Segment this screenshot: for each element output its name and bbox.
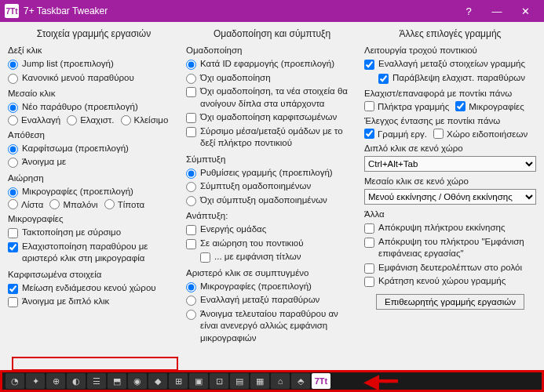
opt-hover-list[interactable]: Λίστα <box>8 199 43 209</box>
grouping-title: Ομαδοποίηση <box>186 45 358 55</box>
taskbar-icon[interactable]: ▦ <box>250 373 269 389</box>
middle-click-title: Μεσαίο κλικ <box>8 89 180 98</box>
chk-decomb-hover[interactable]: Σε αιώρηση του ποντικιού <box>186 238 358 250</box>
inspector-button[interactable]: Επιθεωρητής γραμμής εργασιών <box>376 294 524 310</box>
opt-no-combine[interactable]: Όχι σύμπτυξη ομαδοποιημένων <box>186 194 358 207</box>
minrest-title: Ελαχιστ/επαναφορά με ποντίκι πάνω <box>364 89 536 98</box>
opt-hover-balloon[interactable]: Μπαλόνι <box>49 199 97 209</box>
opt-open-with[interactable]: Άνοιγμα με <box>8 156 180 169</box>
leftclick-combined-title: Αριστερό κλικ σε συμπτυγμένο <box>186 268 358 278</box>
hover-title: Αιώρηση <box>8 173 180 183</box>
col-grouping: Ομαδοποίηση και σύμπτυξη Ομαδοποίηση Κατ… <box>186 28 358 365</box>
midclick-title: Μεσαίο κλικ σε κενό χώρο <box>364 176 536 186</box>
chk-reduce-space[interactable]: Μείωση ενδιάμεσου κενού χώρου <box>8 282 180 295</box>
taskbar-icon[interactable]: ⊞ <box>169 373 188 389</box>
right-click-title: Δεξί κλικ <box>8 45 180 55</box>
volume-title: Έλεγχος έντασης με ποντίκι πάνω <box>364 116 536 125</box>
dblclick-title: Διπλό κλικ σε κενό χώρο <box>364 143 536 153</box>
taskbar-icon[interactable]: ⌂ <box>271 373 290 389</box>
arrow-annotation: ◀━━ <box>363 369 395 393</box>
chk-skip-min[interactable]: Παράβλεψη ελαχιστ. παραθύρων <box>378 72 536 85</box>
help-button[interactable]: ? <box>455 5 483 17</box>
taskbar-icon[interactable]: ✦ <box>26 373 45 389</box>
taskbar-app-icon[interactable]: 7Tt <box>312 373 330 389</box>
window-title: 7+ Taskbar Tweaker <box>24 5 108 16</box>
other-title: Άλλα <box>364 209 536 219</box>
chk-taskbar-keys[interactable]: Πλήκτρα γραμμής <box>364 101 449 111</box>
thumbs-title: Μικρογραφίες <box>8 214 180 223</box>
opt-combine-default[interactable]: Ρυθμίσεις γραμμής (προεπιλογή) <box>186 167 358 180</box>
chk-vol-notif[interactable]: Χώρο ειδοποιήσεων <box>433 129 528 139</box>
opt-group-byid[interactable]: Κατά ID εφαρμογής (προεπιλογή) <box>186 58 358 71</box>
chk-reserve-space[interactable]: Κράτηση κενού χώρου γραμμής <box>364 275 536 288</box>
chk-hide-showdesktop[interactable]: Απόκρυψη του πλήκτρου "Εμφάνιση επιφάνει… <box>364 236 536 260</box>
col-taskbar-items: Στοιχεία γραμμής εργασιών Δεξί κλικ Jump… <box>8 28 180 365</box>
chk-no-group-new[interactable]: Όχι ομαδοποίηση, τα νέα στοιχεία θα ανοί… <box>186 85 358 110</box>
taskbar-icon[interactable]: ⬒ <box>108 373 126 389</box>
select-midclick[interactable]: Μενού εκκίνησης / Οθόνη εκκίνησης <box>364 189 536 205</box>
opt-jumplist[interactable]: Jump list (προεπιλογή) <box>8 58 180 71</box>
taskbar-icon[interactable]: ▣ <box>189 373 208 389</box>
opt-switch[interactable]: Εναλλαγή <box>8 115 60 125</box>
taskbar: ◔✦⊕◐☰⬒◉◆⊞▣⊡▤▦⌂⬘ 7Tt ◀━━ <box>0 370 544 392</box>
opt-new-window[interactable]: Νέο παράθυρο (προεπιλογή) <box>8 101 180 114</box>
select-dblclick[interactable]: Ctrl+Alt+Tab <box>364 156 536 172</box>
chk-show-titles[interactable]: ... με εμφάνιση τίτλων <box>200 251 358 263</box>
taskbar-icon[interactable]: ⊕ <box>46 373 65 389</box>
opt-close[interactable]: Κλείσιμο <box>121 115 169 125</box>
taskbar-icon[interactable]: ◐ <box>67 373 86 389</box>
taskbar-icon[interactable]: ◔ <box>5 373 24 389</box>
col2-header: Ομαδοποίηση και σύμπτυξη <box>186 28 358 39</box>
taskbar-icon[interactable]: ◉ <box>128 373 147 389</box>
opt-no-group[interactable]: Όχι ομαδοποίηση <box>186 72 358 85</box>
opt-hover-nothing[interactable]: Τίποτα <box>104 199 145 209</box>
decombine-title: Ανάπτυξη: <box>186 211 358 220</box>
wheel-title: Λειτουργία τροχού ποντικιού <box>364 45 536 55</box>
taskbar-icon[interactable]: ☰ <box>87 373 106 389</box>
opt-combine-grouped[interactable]: Σύμπτυξη ομαδοποιημένων <box>186 180 358 193</box>
combine-title: Σύμπτυξη <box>186 154 358 164</box>
minimize-button[interactable]: — <box>483 5 511 17</box>
chk-wheel-cycle[interactable]: Εναλλαγή μεταξύ στοιχείων γραμμής <box>364 58 536 71</box>
opt-lc-cycle[interactable]: Εναλλαγή μεταξύ παραθύρων <box>186 294 358 307</box>
taskbar-icon[interactable]: ▤ <box>230 373 249 389</box>
chk-drag-reorder[interactable]: Τακτοποίηση με σύρσιμο <box>8 227 180 239</box>
taskbar-icon[interactable]: ◆ <box>148 373 167 389</box>
close-button[interactable]: ✕ <box>511 5 539 17</box>
opt-hover-thumbs[interactable]: Μικρογραφίες (προεπιλογή) <box>8 186 180 198</box>
chk-drag-groups[interactable]: Σύρσιμο μέσα/μεταξύ ομάδων με το δεξί πλ… <box>186 125 358 150</box>
col3-header: Άλλες επιλογές γραμμής <box>364 28 536 39</box>
chk-show-seconds[interactable]: Εμφάνιση δευτερολέπτων στο ρολόι <box>364 262 536 274</box>
chk-no-group-pinned[interactable]: Όχι ομαδοποίηση καρφιτσωμένων <box>186 111 358 124</box>
opt-lc-thumbs[interactable]: Μικρογραφίες (προεπιλογή) <box>186 281 358 293</box>
drop-title: Απόθεση <box>8 130 180 140</box>
chk-thumbs-minrest[interactable]: Μικρογραφίες <box>455 101 524 111</box>
opt-lc-last[interactable]: Άνοιγμα τελευταίου παραθύρου αν είναι αν… <box>186 308 358 345</box>
chk-leftclick-min[interactable]: Ελαχιστοποίηση παραθύρου με αριστερό κλι… <box>8 241 180 265</box>
pinned-title: Καρφιτσωμένα στοιχεία <box>8 270 180 279</box>
taskbar-icon[interactable]: ⊡ <box>210 373 228 389</box>
titlebar: 7Tt 7+ Taskbar Tweaker ? — ✕ <box>0 0 544 22</box>
app-icon: 7Tt <box>5 4 19 18</box>
chk-vol-taskbar[interactable]: Γραμμή εργ. <box>364 129 427 139</box>
col1-header: Στοιχεία γραμμής εργασιών <box>8 28 180 39</box>
col-other-options: Άλλες επιλογές γραμμής Λειτουργία τροχού… <box>364 28 536 365</box>
opt-pin[interactable]: Καρφίτσωμα (προεπιλογή) <box>8 143 180 155</box>
opt-minimize[interactable]: Ελαχιστ. <box>67 115 114 125</box>
chk-decomb-active[interactable]: Ενεργής ομάδας <box>186 223 358 236</box>
chk-hide-start[interactable]: Απόκρυψη πλήκτρου εκκίνησης <box>364 222 536 234</box>
taskbar-icon[interactable]: ⬘ <box>291 373 310 389</box>
opt-window-menu[interactable]: Κανονικό μενού παραθύρου <box>8 72 180 85</box>
chk-open-dblclick[interactable]: Άνοιγμα με διπλό κλικ <box>8 296 180 308</box>
